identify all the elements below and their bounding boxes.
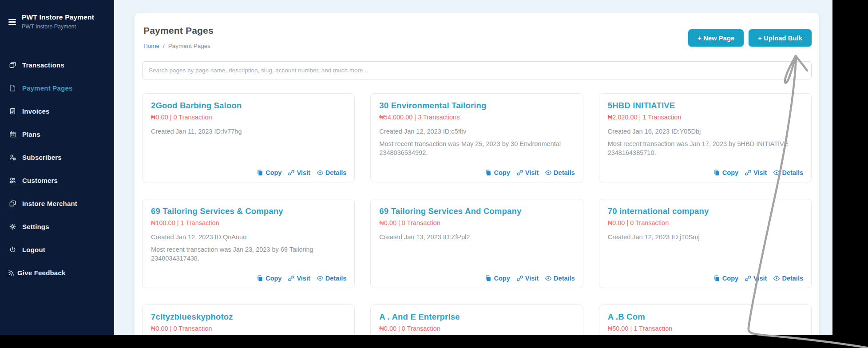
- card-created: Created Jan 12, 2023 ID:QnAuuo: [151, 233, 346, 241]
- card-stats: ₦54,000.00 | 3 Transactions: [379, 114, 575, 121]
- app-title: PWT Instore Payment: [22, 13, 94, 22]
- sidebar-item-instore-merchant[interactable]: Instore Merchant: [0, 192, 114, 215]
- card-created: Created Jan 12, 2023 ID:jT0Smj: [608, 233, 803, 241]
- sidebar-item-give-feedback[interactable]: Give Feedback: [0, 261, 114, 285]
- upload-bulk-button[interactable]: + Upload Bulk: [749, 29, 812, 47]
- eye-icon: [317, 169, 324, 176]
- copy-icon: [713, 169, 721, 176]
- copy-icon: [485, 169, 492, 176]
- card-title[interactable]: 30 Environmental Tailoring: [379, 101, 575, 111]
- sidebar-item-label: Give Feedback: [17, 269, 66, 277]
- copy-action-label: Copy: [266, 169, 281, 176]
- sidebar-item-plans[interactable]: Plans: [0, 123, 114, 146]
- card-recent-transaction: Most recent transaction was Jan 23, 2023…: [151, 245, 346, 263]
- visit-action[interactable]: Visit: [516, 275, 539, 282]
- link-icon: [745, 169, 752, 176]
- page-icon: [9, 84, 16, 92]
- link-icon: [288, 169, 295, 176]
- card-actions: CopyVisitDetails: [608, 169, 803, 176]
- details-action[interactable]: Details: [317, 169, 347, 176]
- copy-action[interactable]: Copy: [485, 169, 510, 176]
- copy-icon: [257, 169, 264, 176]
- payment-page-card: 2Good Barbing Saloon₦0.00 | 0 Transactio…: [142, 93, 355, 182]
- sidebar-item-label: Invoices: [22, 107, 50, 115]
- details-action-label: Details: [325, 169, 347, 176]
- sidebar-item-settings[interactable]: Settings: [0, 215, 114, 238]
- card-actions: CopyVisitDetails: [379, 169, 575, 176]
- details-action-label: Details: [554, 275, 575, 282]
- card-created: Created Jan 16, 2023 ID:Y05Dbj: [608, 128, 803, 135]
- copy-action-label: Copy: [266, 275, 281, 282]
- sidebar-item-label: Instore Merchant: [22, 200, 77, 207]
- details-action[interactable]: Details: [773, 275, 803, 282]
- main-content: Payment Pages Home / Payment Pages + New…: [114, 0, 832, 335]
- gear-icon: [9, 223, 16, 230]
- details-action[interactable]: Details: [317, 275, 347, 282]
- payment-page-card: 5HBD INITIATIVE₦2,020.00 | 1 Transaction…: [599, 93, 812, 182]
- card-stats: ₦0.00 | 0 Transaction: [379, 219, 575, 226]
- copy-action[interactable]: Copy: [257, 169, 281, 176]
- card-title[interactable]: 7cityzblueskyphotoz: [151, 312, 346, 322]
- details-action-label: Details: [782, 275, 803, 282]
- breadcrumb-home-link[interactable]: Home: [143, 43, 159, 49]
- visit-action-label: Visit: [753, 169, 767, 176]
- details-action[interactable]: Details: [545, 275, 575, 282]
- card-recent-transaction: Most recent transaction was Jan 17, 2023…: [608, 139, 803, 158]
- sidebar-item-payment-pages[interactable]: Payment Pages: [0, 77, 114, 100]
- sidebar-item-customers[interactable]: Customers: [0, 169, 114, 192]
- sidebar-menu: TransactionsPayment PagesInvoicesPlansSu…: [0, 54, 114, 285]
- copy-action[interactable]: Copy: [713, 169, 738, 176]
- visit-action-label: Visit: [753, 275, 767, 282]
- card-title[interactable]: 69 Tailoring Services & Company: [151, 206, 346, 216]
- search-input[interactable]: [142, 61, 812, 79]
- card-title[interactable]: 69 Tailoring Services And Company: [379, 206, 575, 216]
- sidebar-item-label: Logout: [22, 246, 45, 253]
- copy-action[interactable]: Copy: [257, 275, 281, 282]
- visit-action-label: Visit: [297, 169, 310, 176]
- details-action[interactable]: Details: [545, 169, 575, 176]
- card-actions: CopyVisitDetails: [151, 169, 346, 176]
- copy-action[interactable]: Copy: [485, 275, 510, 282]
- feed-icon: [8, 269, 15, 277]
- sidebar-item-label: Transactions: [22, 61, 64, 69]
- visit-action[interactable]: Visit: [288, 169, 310, 176]
- eye-icon: [317, 275, 324, 282]
- sidebar-item-label: Settings: [22, 223, 49, 230]
- search-row: [142, 61, 812, 79]
- details-action-label: Details: [325, 275, 347, 282]
- sidebar-item-transactions[interactable]: Transactions: [0, 54, 114, 77]
- visit-action[interactable]: Visit: [745, 169, 767, 176]
- hamburger-menu-icon[interactable]: [8, 18, 16, 25]
- sidebar-item-logout[interactable]: Logout: [0, 238, 114, 261]
- card-title[interactable]: 70 international company: [608, 206, 803, 216]
- breadcrumb-current: Payment Pages: [168, 43, 210, 49]
- payment-pages-panel: Payment Pages Home / Payment Pages + New…: [135, 13, 819, 335]
- visit-action[interactable]: Visit: [288, 275, 310, 282]
- visit-action[interactable]: Visit: [516, 169, 539, 176]
- subscriber-icon: [9, 154, 16, 161]
- payment-page-card: A .B Com₦50.00 | 1 TransactionCopyVisitD…: [599, 304, 812, 335]
- visit-action[interactable]: Visit: [745, 275, 767, 282]
- card-title[interactable]: A .B Com: [608, 312, 803, 322]
- sidebar-item-subscribers[interactable]: Subscribers: [0, 146, 114, 169]
- new-page-button[interactable]: + New Page: [688, 29, 744, 47]
- card-actions: CopyVisitDetails: [379, 275, 575, 282]
- payment-pages-grid: 2Good Barbing Saloon₦0.00 | 0 Transactio…: [142, 93, 812, 335]
- card-title[interactable]: A . And E Enterprise: [379, 312, 575, 322]
- sidebar-item-label: Payment Pages: [22, 84, 73, 92]
- card-title[interactable]: 5HBD INITIATIVE: [608, 101, 803, 111]
- app-window: PWT Instore Payment PWT Instore Payment …: [0, 0, 832, 335]
- sidebar-item-label: Subscribers: [22, 154, 62, 161]
- details-action[interactable]: Details: [773, 169, 803, 176]
- sidebar-item-invoices[interactable]: Invoices: [0, 100, 114, 123]
- copy-action[interactable]: Copy: [713, 275, 738, 282]
- details-action-label: Details: [782, 169, 803, 176]
- sidebar-item-label: Plans: [22, 130, 40, 138]
- card-stats: ₦100.00 | 1 Transaction: [151, 219, 346, 226]
- copy-action-label: Copy: [494, 275, 510, 282]
- copy-action-label: Copy: [722, 275, 738, 282]
- card-stats: ₦0.00 | 0 Transaction: [151, 325, 346, 332]
- sidebar-item-label: Customers: [22, 177, 58, 184]
- card-title[interactable]: 2Good Barbing Saloon: [151, 101, 346, 111]
- copy-icon: [713, 275, 721, 282]
